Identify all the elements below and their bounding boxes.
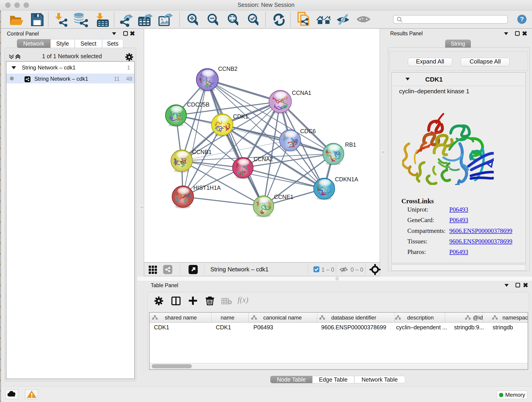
svg-text:CDC25B: CDC25B [187, 101, 210, 108]
svg-text:CCNB2: CCNB2 [218, 65, 238, 72]
svg-text:RB1: RB1 [345, 141, 356, 148]
svg-text:CCNE1: CCNE1 [274, 194, 293, 200]
svg-text:CCNB1: CCNB1 [192, 149, 212, 155]
svg-text:CCNA1: CCNA1 [292, 89, 311, 96]
svg-text:CDK1: CDK1 [233, 113, 248, 120]
svg-text:CDC6: CDC6 [300, 128, 316, 134]
svg-text:CCNA2: CCNA2 [254, 156, 273, 162]
svg-text:HIST1H1A: HIST1H1A [193, 185, 221, 191]
svg-text:?: ? [520, 16, 524, 23]
svg-text:CDKN1A: CDKN1A [335, 176, 358, 182]
